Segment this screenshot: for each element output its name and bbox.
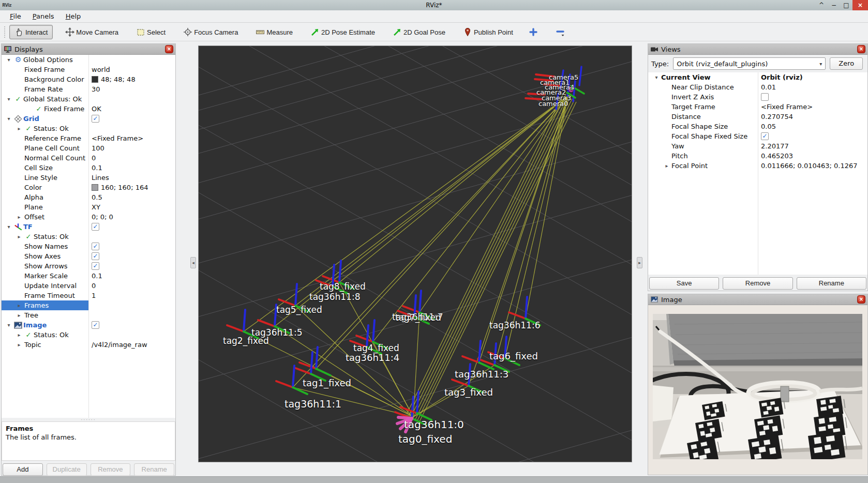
row-topic[interactable]: ▸Topic/v4l2/image_raw (2, 340, 175, 350)
expander-closed-icon[interactable]: ▸ (14, 340, 24, 350)
property-value[interactable]: XY (92, 202, 100, 212)
image-close-button[interactable]: × (857, 295, 865, 304)
tool-interact[interactable]: Interact (9, 25, 53, 39)
tool-2d-goal-pose[interactable]: 2D Goal Pose (387, 25, 451, 39)
tool-move-camera[interactable]: Move Camera (60, 25, 124, 39)
displays-close-button[interactable]: × (165, 45, 173, 53)
tool-2d-pose-estimate[interactable]: 2D Pose Estimate (305, 25, 380, 39)
add-button[interactable]: Add (3, 463, 43, 476)
row-update-interval[interactable]: Update Interval0 (2, 281, 175, 291)
property-value[interactable]: Lines (92, 173, 109, 183)
row-line-style[interactable]: Line StyleLines (2, 173, 175, 183)
row-background-color[interactable]: Background Color48; 48; 48 (2, 74, 175, 84)
row-normal-cell-count[interactable]: Normal Cell Count0 (2, 153, 175, 163)
close-button[interactable]: × (852, 0, 868, 10)
property-value[interactable]: <Fixed Frame> (761, 102, 813, 112)
row-plane[interactable]: PlaneXY (2, 202, 175, 212)
property-value[interactable]: 0.1 (92, 163, 102, 173)
row-reference-frame[interactable]: Reference Frame<Fixed Frame> (2, 133, 175, 143)
checkbox-checked[interactable]: ✓ (92, 223, 99, 231)
row-frame-rate[interactable]: Frame Rate30 (2, 84, 175, 94)
expander-closed-icon[interactable]: ▸ (663, 161, 671, 171)
expander-open-icon[interactable]: ▾ (4, 94, 13, 104)
property-value[interactable]: <Fixed Frame> (92, 133, 143, 143)
menu-item-help[interactable]: Help (61, 11, 86, 21)
expander-open-icon[interactable]: ▾ (652, 72, 661, 82)
3d-viewport[interactable]: camera5camera1camera41camera2camera3came… (198, 46, 632, 462)
property-value[interactable]: world (92, 65, 110, 74)
row-focal-shape-size[interactable]: Focal Shape Size0.05 (648, 122, 867, 131)
row-show-names[interactable]: Show Names✓ (2, 242, 175, 251)
row-grid[interactable]: ▾Grid✓ (2, 114, 175, 124)
right-panel-collapse-handle[interactable]: ▸ (637, 257, 642, 268)
row-near-clip-distance[interactable]: Near Clip Distance0.01 (648, 82, 867, 92)
row-current-view[interactable]: ▾Current ViewOrbit (rviz) (648, 72, 867, 82)
row-frame-timeout[interactable]: Frame Timeout1 (2, 291, 175, 300)
views-close-button[interactable]: × (857, 45, 865, 53)
property-value[interactable]: 0.1 (92, 271, 102, 281)
row-pitch[interactable]: Pitch0.465203 (648, 151, 867, 161)
tool-focus-camera[interactable]: Focus Camera (178, 25, 243, 39)
property-value[interactable]: 2.20177 (761, 141, 789, 151)
tool-publish-point[interactable]: Publish Point (458, 25, 518, 39)
displays-panel-header[interactable]: Displays × (2, 44, 175, 55)
property-value[interactable]: 0.465203 (761, 151, 793, 161)
row-target-frame[interactable]: Target Frame<Fixed Frame> (648, 102, 867, 112)
checkbox-checked[interactable]: ✓ (761, 132, 769, 140)
left-panel-collapse-handle[interactable]: ◂ (190, 257, 196, 268)
row-status-ok[interactable]: ▸✓Status: Ok (2, 124, 175, 133)
row-frames[interactable]: ▸Frames (2, 300, 175, 310)
expander-open-icon[interactable]: ▾ (4, 114, 13, 124)
expander-closed-icon[interactable]: ▸ (14, 124, 24, 133)
checkbox-checked[interactable]: ✓ (92, 321, 99, 329)
row-tf[interactable]: ▾TF✓ (2, 222, 175, 232)
rename-button[interactable]: Rename (797, 277, 866, 290)
row-image[interactable]: ▾Image✓ (2, 320, 175, 330)
property-value[interactable]: 0 (92, 281, 96, 291)
view-type-select[interactable]: Orbit (rviz_default_plugins) ▾ (673, 57, 826, 70)
row-alpha[interactable]: Alpha0.5 (2, 192, 175, 202)
property-value[interactable]: Orbit (rviz) (761, 72, 803, 82)
views-panel-header[interactable]: Views × (648, 44, 867, 55)
expander-closed-icon[interactable]: ▸ (14, 300, 24, 310)
menu-item-panels[interactable]: Panels (28, 11, 59, 21)
expander-open-icon[interactable]: ▾ (4, 222, 13, 232)
expander-open-icon[interactable]: ▾ (4, 320, 13, 330)
row-distance[interactable]: Distance0.270754 (648, 112, 867, 122)
property-value[interactable]: 160; 160; 164 (101, 183, 148, 192)
row-focal-point[interactable]: ▸Focal Point0.011666; 0.010463; 0.1267 (648, 161, 867, 171)
row-focal-shape-fixed-size[interactable]: Focal Shape Fixed Size✓ (648, 131, 867, 141)
checkbox-checked[interactable]: ✓ (92, 252, 99, 260)
tool-minus[interactable] (552, 25, 568, 39)
minimize-button[interactable]: − (828, 0, 840, 10)
row-show-arrows[interactable]: Show Arrows✓ (2, 261, 175, 271)
expander-closed-icon[interactable]: ▸ (14, 232, 24, 242)
row-marker-scale[interactable]: Marker Scale0.1 (2, 271, 175, 281)
property-value[interactable]: 0.5 (92, 192, 102, 202)
checkbox-checked[interactable]: ✓ (92, 262, 99, 270)
checkbox-unchecked[interactable] (761, 93, 769, 101)
menu-item-file[interactable]: File (5, 11, 26, 21)
row-tree[interactable]: ▸Tree (2, 310, 175, 320)
property-value[interactable]: 0; 0; 0 (92, 212, 113, 222)
expander-closed-icon[interactable]: ▸ (14, 330, 24, 340)
tool-plus[interactable] (526, 25, 541, 39)
expander-open-icon[interactable]: ▾ (4, 55, 13, 65)
row-fixed-frame[interactable]: Fixed Frameworld (2, 65, 175, 74)
toolbar-drag-handle[interactable] (4, 26, 6, 38)
row-status-ok[interactable]: ▸✓Status: Ok (2, 330, 175, 340)
expander-closed-icon[interactable]: ▸ (14, 310, 24, 320)
property-value[interactable]: 0.270754 (761, 112, 793, 122)
tool-measure[interactable]: Measure (250, 25, 298, 39)
zero-button[interactable]: Zero (830, 57, 863, 70)
property-value[interactable]: OK (92, 104, 101, 114)
shade-button[interactable]: ^ (815, 0, 828, 10)
row-invert-z-axis[interactable]: Invert Z Axis (648, 92, 867, 102)
row-offset[interactable]: ▸Offset0; 0; 0 (2, 212, 175, 222)
save-button[interactable]: Save (649, 277, 719, 290)
row-fixed-frame[interactable]: ✓Fixed FrameOK (2, 104, 175, 114)
image-panel-header[interactable]: Image × (648, 294, 867, 305)
property-value[interactable]: 0 (92, 153, 96, 163)
property-value[interactable]: 0.01 (761, 82, 776, 92)
row-status-ok[interactable]: ▸✓Status: Ok (2, 232, 175, 242)
